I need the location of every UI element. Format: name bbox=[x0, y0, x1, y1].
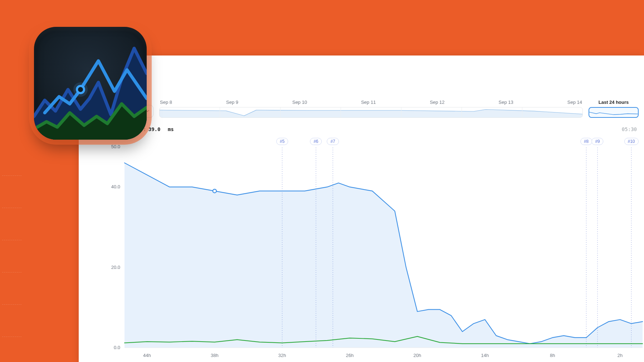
mini-date: Sep 11 bbox=[361, 100, 376, 105]
last-24h-sparkline bbox=[589, 108, 638, 117]
svg-text:38h: 38h bbox=[211, 353, 219, 358]
annotation-pill[interactable]: #6 bbox=[310, 138, 322, 145]
svg-text:20.0: 20.0 bbox=[111, 265, 120, 270]
svg-text:44h: 44h bbox=[143, 353, 151, 358]
annotation-row: #5#6#7#8#9#10 bbox=[107, 138, 644, 149]
mini-date: Sep 12 bbox=[430, 100, 444, 105]
svg-text:26h: 26h bbox=[346, 353, 354, 358]
app-icon bbox=[34, 27, 147, 140]
mini-date: Sep 13 bbox=[499, 100, 513, 105]
mini-date: Sep 10 bbox=[292, 100, 307, 105]
legend-value: 39.0 bbox=[148, 126, 161, 132]
timeline-strip: Sep 8 Sep 9 Sep 10 Sep 11 Sep 12 Sep 13 … bbox=[141, 98, 639, 118]
annotation-pill[interactable]: #5 bbox=[276, 138, 288, 145]
last-24h-label: Last 24 hours bbox=[589, 100, 639, 105]
legend-unit: ms bbox=[168, 126, 174, 132]
main-chart[interactable]: 0.020.040.050.044h38h32h26h20h14h8h2h bbox=[107, 136, 644, 362]
mini-date: Sep 14 bbox=[567, 100, 582, 105]
svg-text:32h: 32h bbox=[278, 353, 286, 358]
annotation-pill[interactable]: #10 bbox=[624, 138, 639, 145]
svg-point-18 bbox=[213, 189, 216, 193]
svg-text:40.0: 40.0 bbox=[111, 184, 120, 189]
legend-row: p95:39.0 ms 05:30 bbox=[127, 126, 637, 132]
mini-date: Sep 9 bbox=[226, 100, 238, 105]
annotation-pill[interactable]: #7 bbox=[327, 138, 339, 145]
svg-text:2h: 2h bbox=[618, 353, 623, 358]
timestamp-label: 05:30 bbox=[622, 126, 637, 132]
mini-timeline-dates: Sep 8 Sep 9 Sep 10 Sep 11 Sep 12 Sep 13 … bbox=[159, 100, 583, 105]
annotation-pill[interactable]: #9 bbox=[591, 138, 603, 145]
mini-sparkline-container bbox=[159, 107, 583, 118]
svg-text:0.0: 0.0 bbox=[114, 345, 120, 350]
annotation-pill[interactable]: #8 bbox=[580, 138, 592, 145]
mini-timeline[interactable]: Sep 8 Sep 9 Sep 10 Sep 11 Sep 12 Sep 13 … bbox=[159, 98, 583, 118]
svg-text:8h: 8h bbox=[550, 353, 555, 358]
mini-date: Sep 8 bbox=[160, 100, 172, 105]
svg-text:20h: 20h bbox=[414, 353, 421, 358]
last-24h-sparkline-container bbox=[589, 107, 639, 118]
last-24h-selector[interactable]: Last 24 hours bbox=[589, 98, 639, 118]
svg-point-21 bbox=[77, 86, 84, 93]
svg-text:14h: 14h bbox=[481, 353, 489, 358]
dashboard-card: Sep 8 Sep 9 Sep 10 Sep 11 Sep 12 Sep 13 … bbox=[79, 55, 644, 362]
